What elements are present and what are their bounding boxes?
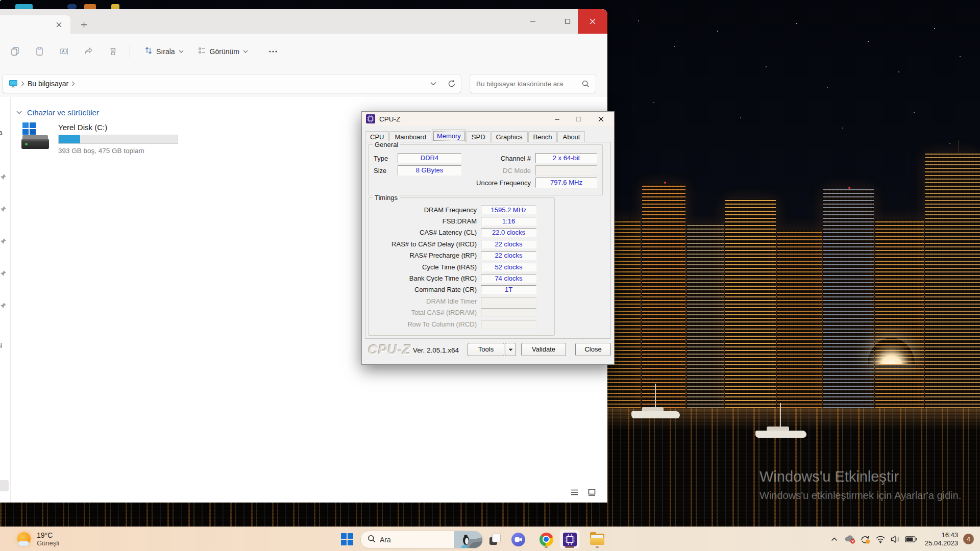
new-tab-button[interactable] [78,18,90,31]
timing-value: 1T [481,285,536,294]
timing-value: 74 clocks [481,274,536,283]
cpuz-minimize-button[interactable] [547,112,567,126]
taskbar: 19°C Güneşli Ara [0,527,980,551]
validate-button[interactable]: Validate [521,343,566,356]
cpuz-app-icon [366,114,375,123]
tools-dropdown-button[interactable] [505,343,516,356]
this-pc-icon [9,80,18,88]
search-highlight-image[interactable] [454,531,482,548]
weather-condition: Güneşli [37,539,59,547]
timings-groupbox: Timings DRAM Frequency1595.2 MHz FSB:DRA… [368,197,555,336]
paste-icon[interactable] [31,43,48,60]
activate-windows-watermark: Windows'u Etkinleştir Windows'u etkinleş… [760,468,961,502]
desktop-icon-fragment [67,4,77,9]
chevron-right-icon [21,81,24,86]
sidebar-item-partial[interactable]: mi [0,342,2,349]
chat-app-button[interactable] [508,530,528,549]
start-button[interactable] [337,530,357,549]
system-tray: 16:43 25.04.2023 4 [827,527,980,551]
explorer-address-row: Bu bilgisayar [0,69,607,97]
address-bar[interactable]: Bu bilgisayar [2,74,461,93]
timing-row: Total CAS# (tRDRAM) [369,307,550,318]
volume-icon[interactable] [888,531,903,548]
building [725,199,776,408]
breadcrumb[interactable]: Bu bilgisayar [28,80,68,88]
running-indicator [545,546,548,548]
tab-bench[interactable]: Bench [528,131,557,142]
pin-icon [0,238,7,244]
dc-mode-label: DC Mode [442,167,531,174]
view-button[interactable]: Görünüm [193,43,253,60]
sort-label: Sırala [156,47,175,56]
onedrive-error-icon[interactable] [842,531,857,548]
more-options-icon[interactable] [264,43,282,60]
delete-icon[interactable] [104,43,121,60]
building [642,184,685,408]
details-view-icon[interactable] [568,486,581,498]
rename-icon[interactable] [55,43,72,60]
tools-button[interactable]: Tools [468,343,504,356]
notification-badge[interactable]: 4 [963,534,974,544]
tab-spd[interactable]: SPD [467,131,491,142]
cpuz-close-footer-button[interactable]: Close [575,343,611,356]
cpuz-icon [563,533,577,546]
chrome-icon [540,533,553,546]
weather-temp: 19°C [37,531,59,539]
weather-widget[interactable]: 19°C Güneşli [12,529,63,549]
timing-row: Row To Column (tRCD) [369,318,550,330]
view-label: Görünüm [210,47,239,56]
stars [0,0,1,1]
sidebar-item-partial[interactable]: na [0,129,2,136]
tab-memory[interactable]: Memory [432,130,466,142]
video-chat-icon [511,533,525,546]
cpuz-maximize-button[interactable] [568,112,589,126]
section-header-label: Cihazlar ve sürücüler [27,108,99,117]
capacity-bar-fill [59,135,80,143]
cpuz-title-bar[interactable]: CPU-Z [362,112,614,126]
search-input[interactable] [470,80,582,88]
search-icon[interactable] [582,80,590,88]
explorer-tab[interactable] [0,15,70,34]
desktop-icon-fragment [111,4,119,9]
tray-chevron-up-icon[interactable] [827,531,842,548]
weather-icon [16,532,32,547]
timing-value: 22.0 clocks [481,228,536,237]
explorer-search[interactable] [470,74,596,93]
dc-mode-value [535,165,597,176]
pin-icon [0,302,7,309]
uncore-frequency-label: Uncore Frequency [421,179,531,187]
tab-about[interactable]: About [557,131,585,142]
battery-icon[interactable] [903,531,919,548]
tab-graphics[interactable]: Graphics [491,131,528,142]
sort-button[interactable]: Sırala [139,43,189,60]
timing-value: 1595.2 MHz [481,206,536,214]
cpuz-logo: CPU-Z [368,342,411,358]
timing-row: RAS# to CAS# Delay (tRCD)22 clocks [369,238,550,249]
devices-and-drives-header[interactable]: Cihazlar ve sürücüler [16,108,99,117]
close-button[interactable] [578,9,607,34]
chevron-right-icon [71,81,75,86]
task-view-button[interactable] [485,530,505,549]
desktop-icon-fragment [15,4,33,9]
clock[interactable]: 16:43 25.04.2023 [925,531,958,547]
address-dropdown-icon[interactable] [430,82,436,86]
file-explorer-taskbar-button[interactable] [587,530,607,549]
refresh-icon[interactable] [448,80,456,88]
cpuz-taskbar-button[interactable] [559,530,580,549]
timing-row: DRAM Frequency1595.2 MHz [369,204,550,215]
sidebar-selected-item[interactable] [0,480,9,491]
pin-icon [0,206,7,212]
share-icon[interactable] [80,43,97,60]
update-pending-icon[interactable] [857,531,873,548]
drive-item-c[interactable]: Yerel Disk (C:) 393 GB boş, 475 GB topla… [21,122,185,158]
wifi-icon[interactable] [873,531,888,548]
cpuz-window: CPU-Z CPU Mainboard Memory SPD Graphics … [361,111,615,365]
large-icons-view-icon[interactable] [585,486,598,498]
copy-icon[interactable] [6,43,23,60]
timing-row: Bank Cycle Time (tRC)74 clocks [369,272,550,284]
taskbar-search[interactable]: Ara [360,531,483,548]
minimize-button[interactable] [517,9,549,34]
cpuz-close-button[interactable] [591,112,611,126]
tab-close-icon[interactable] [54,20,63,29]
chrome-button[interactable] [536,530,556,549]
